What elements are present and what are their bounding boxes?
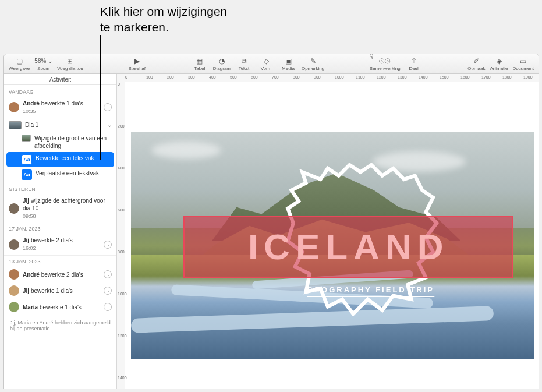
- vertical-ruler: 0200400600800100012001400: [117, 82, 125, 389]
- text-icon: ⧉: [242, 57, 247, 65]
- media-icon: ▣: [285, 57, 292, 65]
- media-button[interactable]: ▣ Media: [279, 55, 297, 73]
- shape-icon: ◇: [264, 57, 269, 65]
- avatar: [9, 102, 19, 112]
- clock-icon: [104, 270, 112, 278]
- avatar: [9, 285, 19, 296]
- avatar: [9, 203, 19, 214]
- shape-button[interactable]: ◇ Vorm: [257, 55, 275, 73]
- people-icon: ⦾⦾2: [379, 57, 391, 65]
- toolbar: ▢ Weergave 58% ⌄ Zoom ⊞ Voeg dia toe ▶ S…: [4, 54, 539, 74]
- play-button[interactable]: ▶ Speel af: [128, 55, 146, 73]
- clock-icon: [104, 303, 112, 311]
- activity-row-andre-13jan[interactable]: André bewerkte 2 dia's: [4, 266, 116, 282]
- avatar: [9, 302, 19, 312]
- section-yesterday: GISTEREN: [4, 182, 116, 194]
- zoom-dropdown[interactable]: 58% ⌄ Zoom: [34, 55, 52, 73]
- annotation-line2: te markeren.: [100, 19, 227, 35]
- activity-change-move-textbox[interactable]: Aa Verplaatste een tekstvak: [4, 167, 116, 182]
- clock-icon: [104, 287, 112, 295]
- format-button[interactable]: ✐ Opmaak: [467, 55, 485, 73]
- horizontal-ruler: 0100200300400500600700800900100011001200…: [125, 74, 539, 82]
- annotation-leader-line: [100, 35, 101, 160]
- chart-icon: ◔: [219, 57, 225, 65]
- comment-icon: ✎: [310, 57, 316, 65]
- animate-icon: ◈: [497, 57, 502, 65]
- panel-icon: ▢: [16, 57, 23, 65]
- activity-footer: Jij, Maria en André hebben zich aangemel…: [4, 315, 116, 336]
- text-button[interactable]: ⧉ Tekst: [235, 55, 253, 73]
- slide-thumbnail: [9, 121, 22, 129]
- activity-row-maria-13jan[interactable]: Maria bewerkte 1 dia's: [4, 299, 116, 315]
- chart-button[interactable]: ◔ Diagram: [213, 55, 231, 73]
- activity-change-edit-textbox[interactable]: Aa Bewerkte een tekstvak: [6, 152, 114, 167]
- collaboration-button[interactable]: ⦾⦾2 Samenwerking: [370, 55, 401, 73]
- textbox-icon: Aa: [22, 169, 32, 180]
- annotation-line1: Klik hier om wijzigingen: [100, 3, 227, 19]
- date-divider-17jan: 17 JAN. 2023: [4, 223, 116, 234]
- table-icon: ▦: [196, 57, 203, 65]
- image-thumb-icon: [22, 135, 31, 142]
- activity-row-jij-yesterday[interactable]: Jij wijzigde de achtergrond voor dia 10 …: [4, 194, 116, 223]
- activity-row-jij-13jan[interactable]: Jij bewerkte 1 dia's: [4, 282, 116, 299]
- slide-subtitle[interactable]: GEOGRAPHY FIELD TRIP: [307, 285, 434, 297]
- table-button[interactable]: ▦ Tabel: [191, 55, 208, 73]
- animate-button[interactable]: ◈ Animatie: [490, 55, 508, 73]
- share-button[interactable]: ⇧ Deel: [405, 55, 423, 73]
- clock-icon: [104, 103, 112, 111]
- slide-title: ICELAND: [248, 226, 449, 267]
- clock-icon: [104, 241, 112, 249]
- view-button[interactable]: ▢ Weergave: [9, 55, 30, 73]
- annotation-callout: Klik hier om wijzigingen te markeren.: [100, 3, 227, 36]
- comment-button[interactable]: ✎ Opmerking: [302, 55, 324, 73]
- title-banner[interactable]: ICELAND: [183, 216, 513, 277]
- play-icon: ▶: [134, 57, 140, 65]
- document-icon: ▭: [520, 57, 526, 65]
- avatar: [9, 269, 19, 280]
- plus-icon: ⊞: [67, 57, 73, 65]
- slide[interactable]: ICELAND GEOGRAPHY FIELD TRIP: [131, 132, 534, 359]
- zoom-value: 58% ⌄: [34, 57, 52, 65]
- brush-icon: ✐: [473, 57, 479, 65]
- date-divider-13jan: 13 JAN. 2023: [4, 255, 116, 266]
- ruler-corner: [117, 74, 125, 82]
- cloud-shape: [151, 142, 221, 159]
- slide-canvas-area[interactable]: 0100200300400500600700800900100011001200…: [117, 74, 539, 389]
- share-icon: ⇧: [411, 57, 417, 65]
- textbox-icon: Aa: [22, 154, 32, 165]
- activity-row-jij-17jan[interactable]: Jij bewerkte 2 dia's 16:02: [4, 234, 116, 255]
- avatar: [9, 239, 19, 250]
- add-slide-button[interactable]: ⊞ Voeg dia toe: [57, 55, 83, 73]
- app-window: ▢ Weergave 58% ⌄ Zoom ⊞ Voeg dia toe ▶ S…: [3, 54, 539, 389]
- document-button[interactable]: ▭ Document: [513, 55, 534, 73]
- chevron-down-icon: ⌄: [107, 122, 112, 128]
